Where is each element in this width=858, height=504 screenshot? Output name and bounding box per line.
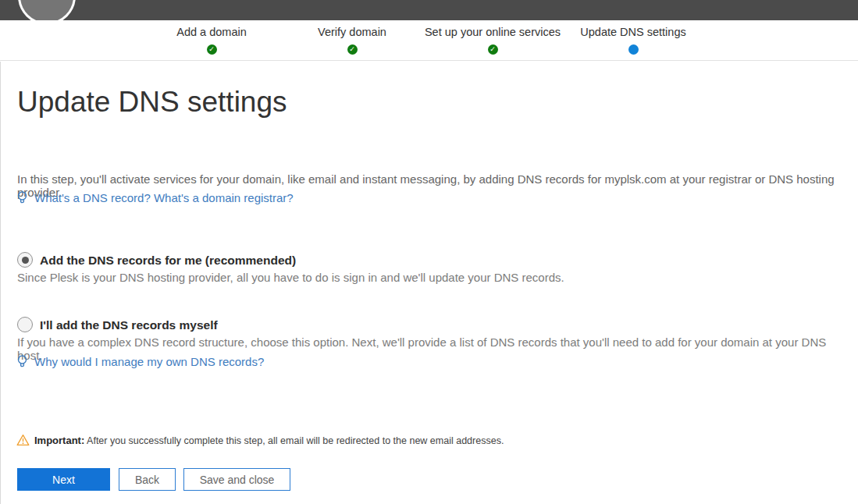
manage-own-dns-help-link[interactable]: Why would I manage my own DNS records? [34, 355, 264, 368]
dns-record-help-link[interactable]: What's a DNS record? What's a domain reg… [34, 191, 294, 204]
dns-record-help-row: What's a DNS record? What's a domain reg… [16, 190, 294, 205]
step-label: Update DNS settings [580, 25, 685, 39]
important-warning: Important: After you successfully comple… [16, 434, 504, 446]
step-set-up-online-services: Set up your online services ✓ [422, 25, 563, 55]
top-app-bar [0, 0, 858, 20]
wizard-steps: Add a domain ✓ Verify domain ✓ Set up yo… [141, 25, 703, 55]
save-and-close-button[interactable]: Save and close [183, 468, 290, 491]
lightbulb-icon [16, 354, 29, 369]
step-verify-domain: Verify domain ✓ [282, 25, 422, 55]
step-complete-icon: ✓ [347, 44, 358, 55]
step-current-dot-icon [628, 44, 639, 55]
manage-own-dns-help-row: Why would I manage my own DNS records? [16, 354, 264, 369]
step-add-a-domain: Add a domain ✓ [141, 25, 282, 55]
update-dns-settings-page: Add a domain ✓ Verify domain ✓ Set up yo… [0, 0, 858, 504]
step-complete-icon: ✓ [488, 44, 498, 55]
lightbulb-icon [16, 190, 29, 205]
warning-text: Important: After you successfully comple… [34, 435, 504, 446]
step-label: Verify domain [318, 25, 386, 39]
option-add-dns-for-me-label[interactable]: Add the DNS records for me (recommended) [40, 254, 296, 268]
warning-label: Important: [34, 435, 84, 446]
radio-add-dns-for-me[interactable] [17, 252, 33, 268]
step-label: Add a domain [176, 25, 246, 39]
step-complete-icon: ✓ [207, 44, 217, 55]
step-update-dns-settings: Update DNS settings [563, 25, 703, 55]
page-title: Update DNS settings [17, 86, 287, 119]
option-add-dns-myself-label[interactable]: I'll add the DNS records myself [40, 318, 218, 332]
wizard-progress-bar: Add a domain ✓ Verify domain ✓ Set up yo… [0, 20, 858, 61]
next-button[interactable]: Next [17, 468, 110, 491]
warning-triangle-icon [16, 434, 30, 446]
back-button[interactable]: Back [119, 468, 176, 491]
step-label: Set up your online services [425, 25, 561, 39]
option-add-dns-for-me-description: Since Plesk is your DNS hosting provider… [17, 271, 853, 284]
radio-selected-dot [22, 257, 29, 264]
radio-add-dns-myself[interactable] [17, 317, 33, 332]
